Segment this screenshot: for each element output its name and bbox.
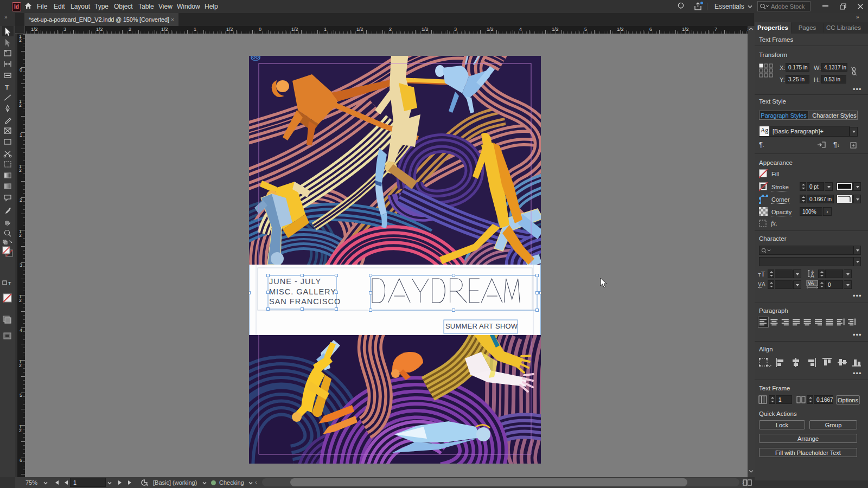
svg-text:JUNE - JULY: JUNE - JULY — [269, 277, 321, 286]
svg-text:VA: VA — [808, 280, 814, 286]
svg-text:SAN FRANCISCO: SAN FRANCISCO — [269, 297, 341, 306]
svg-text:A: A — [810, 273, 814, 278]
svg-text:SUMMER ART SHOW: SUMMER ART SHOW — [445, 322, 518, 330]
svg-text:T: T — [5, 83, 9, 91]
svg-text:V: V — [758, 281, 762, 287]
svg-text:MISC. GALLERY: MISC. GALLERY — [269, 287, 336, 296]
svg-text:T: T — [8, 281, 11, 286]
svg-text:A: A — [762, 281, 765, 287]
